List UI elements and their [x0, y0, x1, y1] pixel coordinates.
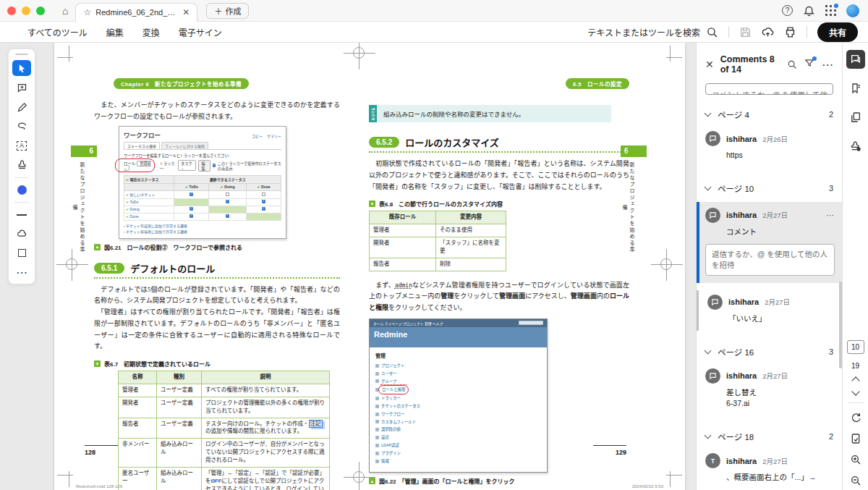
window-controls[interactable]: [7, 7, 45, 15]
insert-annotation-highlight[interactable]: 注記: [309, 420, 323, 428]
add-comment-tool-button[interactable]: [12, 81, 31, 96]
notifications-bell-icon[interactable]: [803, 4, 815, 17]
trim-mark: [57, 57, 73, 58]
comments-panel-button[interactable]: [846, 50, 865, 69]
pencil-tool-button[interactable]: [12, 100, 31, 114]
document-canvas[interactable]: 6 新たなプロジェクトを始める準備 6 新たなプロジェクトを始める準備 Chap…: [43, 43, 696, 490]
bookmarks-panel-button[interactable]: [846, 79, 865, 98]
right-tool-rail: 10 19: [842, 43, 868, 490]
comment-item[interactable]: ishihara 2月27日 差し替え6-37.ai: [697, 364, 842, 416]
redmine-login-box: [519, 321, 543, 325]
workflow-title: ワークフロー: [124, 130, 161, 139]
comment-item[interactable]: T ishihara 2月27日 、概要画面右上の「...」→: [697, 449, 842, 489]
search-label: テキストまたはツールを検索: [587, 26, 700, 38]
upload-cloud-icon[interactable]: [762, 26, 774, 38]
rotate-page-button[interactable]: [846, 411, 865, 424]
tracker-select: タスク ⌄: [178, 160, 196, 171]
account-avatar[interactable]: [846, 4, 859, 17]
customize-table: 既存ロール変更内容 管理者そのまま使用 開発者「スタッフ」に名称を変更 報告者削…: [369, 211, 506, 271]
page-view-settings-button[interactable]: [846, 432, 865, 445]
chapter-label-vertical: 新たなプロジェクトを始める準備: [71, 161, 85, 254]
rectangle-tool-button[interactable]: [12, 246, 31, 261]
close-tab-icon[interactable]: ✕: [182, 7, 190, 17]
chapter-side-tab-left: 6 新たなプロジェクトを始める準備: [71, 145, 97, 254]
menu-edit[interactable]: 編集: [106, 26, 124, 38]
help-icon[interactable]: ?: [782, 5, 793, 16]
comment-group-page18[interactable]: ページ 18 2: [697, 424, 842, 449]
comment-options-icon[interactable]: ⋯: [826, 211, 835, 220]
chevron-down-icon[interactable]: [705, 110, 712, 117]
close-window-button[interactable]: [7, 7, 16, 15]
zoom-out-button[interactable]: [846, 474, 865, 487]
print-production-button[interactable]: [846, 137, 865, 156]
zoom-in-button[interactable]: [846, 453, 865, 466]
redmine-brand: Redmine: [370, 327, 547, 347]
role-select: 管理者 ⌄: [124, 161, 151, 171]
comment-avatar: [705, 131, 720, 146]
reply-input[interactable]: 返信するか、@ を使用して他の人を招待: [705, 244, 835, 276]
paragraph: 「管理者」はすべての権限が割り当てられたロールです。「開発者」「報告者」は権限が…: [94, 307, 340, 352]
strikethrough-annotation[interactable]: OFF: [211, 478, 222, 484]
comment-item[interactable]: ishihara 2月26日 https: [697, 127, 842, 167]
comment-avatar: [705, 368, 720, 384]
page-number-right: 129: [593, 445, 626, 456]
cloud-shape-tool-button[interactable]: [12, 227, 31, 241]
paragraph: まず、adminなどシステム管理者権限を持つユーザーでログインしている状態で画面…: [369, 280, 629, 314]
comment-item-selected[interactable]: ishihara 2月27日 ⋯ コメント 返信するか、@ を使用して他の人を招…: [697, 202, 842, 283]
workflow-tab-fields: フィールドに対する権限: [161, 142, 208, 149]
comment-avatar: [707, 295, 723, 310]
home-icon[interactable]: ⌂: [62, 6, 68, 16]
maximize-window-button[interactable]: [36, 7, 45, 15]
paragraph: デフォルトでは5個のロールが登録されています。「開発者」や「報告者」などの名称か…: [94, 284, 340, 308]
lasso-tool-button[interactable]: [12, 119, 31, 134]
print-icon[interactable]: [784, 26, 796, 38]
chevron-down-icon[interactable]: [705, 432, 712, 439]
toolbar-drag-handle[interactable]: [15, 54, 28, 55]
section-number-pill: 6.5.1: [94, 263, 124, 274]
text-select-tool-button[interactable]: A: [12, 138, 31, 153]
redmine-admin-heading: 管理: [375, 352, 541, 359]
checkbox-checked: [213, 164, 216, 167]
chevron-down-icon[interactable]: [705, 183, 712, 190]
trim-mark: [670, 471, 671, 487]
filter-comments-icon[interactable]: [804, 58, 814, 71]
comment-item[interactable]: ishihara 2月27日 「いいえ」: [697, 290, 842, 331]
menu-esign[interactable]: 電子サイン: [179, 26, 222, 38]
role-label: ロール:: [124, 161, 136, 166]
comment-group-page10[interactable]: ページ 10 3: [697, 176, 842, 200]
table-row: 非メンバー組み込みロールログイン中のユーザーが、自分がメンバーとなっていない公開…: [119, 439, 330, 468]
apps-notification-dot: [834, 4, 838, 8]
table-row: 開発者ユーザー定義プロジェクトの管理機能以外の多くの権限が割り当てられています。: [119, 397, 330, 418]
comments-overflow-menu-icon[interactable]: ⋯: [822, 58, 833, 72]
trim-mark: [69, 471, 69, 487]
new-comment-input[interactable]: コメントするか、@ を使用して他: [705, 83, 833, 95]
chevron-down-icon[interactable]: [705, 347, 712, 354]
menu-convert[interactable]: 変換: [142, 26, 160, 38]
select-tool-button[interactable]: [12, 60, 31, 75]
previous-page-button[interactable]: [851, 376, 859, 384]
create-tab-button[interactable]: ＋ 作成: [206, 3, 249, 19]
table-caption: ▼ 表6.8 この節で行うロールのカスタマイズ内容: [369, 200, 629, 208]
current-page-input[interactable]: 10: [847, 340, 864, 354]
comment-group-page16[interactable]: ページ 16 3: [697, 339, 842, 364]
stamp-tool-button[interactable]: [12, 158, 31, 172]
comment-group-page4[interactable]: ページ 4 2: [697, 102, 842, 127]
document-tab[interactable]: ☆ Redmine6_06_2nd_… ✕: [75, 3, 197, 22]
search-tools-button[interactable]: テキストまたはツールを検索: [587, 26, 718, 38]
search-comments-icon[interactable]: [787, 59, 797, 69]
share-button[interactable]: 共有: [817, 22, 858, 42]
page-thumbnails-button[interactable]: [846, 108, 865, 127]
next-page-button[interactable]: [851, 387, 859, 395]
minimize-window-button[interactable]: [22, 7, 30, 15]
apps-grid-icon[interactable]: [825, 5, 836, 16]
section-title: デフォルトのロール: [130, 261, 215, 275]
line-tool-button[interactable]: [12, 208, 31, 222]
star-icon[interactable]: ☆: [83, 7, 91, 17]
color-swatch-button[interactable]: [12, 182, 31, 197]
close-panel-icon[interactable]: ✕: [705, 59, 714, 70]
more-tools-button[interactable]: ⋯: [12, 265, 31, 279]
menu-all-tools[interactable]: すべてのツール: [27, 26, 88, 38]
text-select-icon: A: [17, 141, 27, 151]
edit-button: 編集: [198, 160, 210, 172]
pdf-page-spread[interactable]: 6 新たなプロジェクトを始める準備 6 新たなプロジェクトを始める準備 Chap…: [54, 43, 685, 490]
